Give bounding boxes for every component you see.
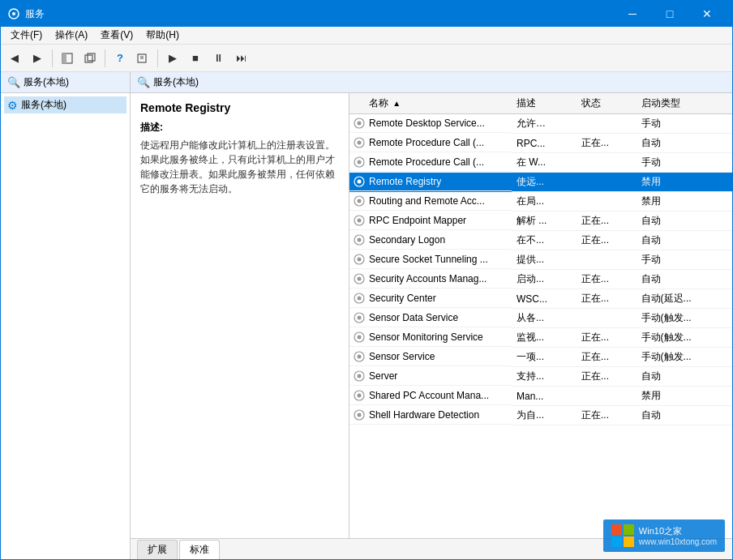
table-row[interactable]: Shared PC Account Mana...Man...禁用 [349,387,732,406]
separator-1 [52,49,53,67]
service-startup-cell: 手动(触发... [637,348,732,367]
service-status-cell [577,192,637,212]
tree-item-label: 服务(本地) [21,98,66,112]
service-name-cell: Shared PC Account Mana... [369,390,489,401]
table-row[interactable]: Remote Registry使远...禁用 [349,173,732,192]
service-desc-cell: 使远... [512,173,577,192]
right-panel-title: 服务(本地) [153,75,199,89]
forward-button[interactable]: ▶ [27,48,48,69]
table-row[interactable]: Routing and Remote Acc...在局...禁用 [349,192,732,212]
service-icon [353,175,366,188]
services-table: 名称 ▲ 描述 状态 启动类型 Remote Desktop Service..… [349,93,732,425]
show-hide-button[interactable] [57,48,78,69]
service-status-cell [577,173,637,192]
back-button[interactable]: ◀ [4,48,25,69]
new-window-button[interactable] [79,48,101,69]
table-row[interactable]: Secure Socket Tunneling ...提供...手动 [349,250,732,270]
tab-standard[interactable]: 标准 [179,540,220,559]
service-icon [353,117,366,130]
service-status-cell: 正在... [577,348,637,367]
service-name-cell: Routing and Remote Acc... [369,195,485,207]
svg-point-12 [358,140,362,144]
menu-view[interactable]: 查看(V) [94,27,139,44]
stop-button[interactable]: ■ [185,48,206,69]
main-content: 🔍 服务(本地) ⚙ 服务(本地) 🔍 服务(本地) Remote Regist… [1,72,732,559]
export-button[interactable] [132,48,153,69]
tree-item-services-local[interactable]: ⚙ 服务(本地) [4,96,126,113]
service-status-cell: 正在... [577,231,637,250]
col-name[interactable]: 名称 ▲ [349,93,512,114]
col-desc[interactable]: 描述 [512,93,577,114]
service-status-cell [577,387,637,406]
service-name-cell: Remote Desktop Service... [369,118,485,129]
service-name-cell: Secondary Logon [369,234,445,246]
table-row[interactable]: Sensor Monitoring Service监视...正在...手动(触发… [349,328,732,348]
maximize-button[interactable]: □ [651,1,688,27]
service-name-cell: Security Center [369,293,436,304]
main-window: 服务 ─ □ ✕ 文件(F) 操作(A) 查看(V) 帮助(H) ◀ ▶ ? ▶… [0,0,733,560]
service-startup-cell: 禁用 [637,173,732,192]
svg-point-22 [358,237,362,242]
service-startup-cell: 禁用 [637,387,732,406]
menu-help[interactable]: 帮助(H) [139,27,186,44]
service-status-cell [577,153,637,173]
table-row[interactable]: Remote Procedure Call (... RPC...正在...自动 [349,134,732,153]
svg-point-36 [358,374,362,378]
service-icon [353,156,366,169]
svg-point-30 [358,315,362,319]
service-icon [353,311,366,324]
table-row[interactable]: Remote Desktop Service...允许…手动 [349,114,732,134]
service-name-cell: Shell Hardware Detection [369,409,479,421]
minimize-button[interactable]: ─ [614,1,651,27]
close-button[interactable]: ✕ [688,1,726,27]
left-panel: 🔍 服务(本地) ⚙ 服务(本地) [1,72,131,559]
table-row[interactable]: Shell Hardware Detection为自...正在...自动 [349,406,732,425]
help-button[interactable]: ? [109,48,131,69]
service-desc-cell: 提供... [512,250,577,270]
menu-file[interactable]: 文件(F) [4,27,49,44]
svg-point-14 [358,160,362,164]
tab-extend[interactable]: 扩展 [137,540,178,559]
col-startup[interactable]: 启动类型 [637,93,732,114]
table-row[interactable]: Secondary Logon在不...正在...自动 [349,231,732,250]
menu-bar: 文件(F) 操作(A) 查看(V) 帮助(H) [1,27,732,45]
separator-2 [105,49,105,67]
service-icon [353,292,366,305]
pause-button[interactable]: ⏸ [208,48,229,69]
sort-arrow: ▲ [392,99,401,108]
window-controls: ─ □ ✕ [614,1,726,27]
svg-point-16 [358,179,362,183]
service-desc-cell: 允许… [512,114,577,134]
service-desc-cell: 为自... [512,406,577,425]
table-row[interactable]: Remote Procedure Call (... 在 W...手动 [349,153,732,173]
window-title: 服务 [25,7,614,21]
restart-button[interactable]: ⏭ [230,48,251,69]
table-row[interactable]: Security CenterWSC...正在...自动(延迟... [349,289,732,309]
service-name-cell: RPC Endpoint Mapper [369,215,466,226]
svg-rect-3 [62,53,66,63]
menu-action[interactable]: 操作(A) [49,27,94,44]
service-desc-cell: 在局... [512,192,577,212]
service-status-cell: 正在... [577,367,637,387]
table-row[interactable]: Sensor Data Service从各...手动(触发... [349,309,732,328]
app-icon [7,7,20,20]
service-startup-cell: 自动 [637,367,732,387]
service-startup-cell: 手动 [637,153,732,173]
service-name-cell: Secure Socket Tunneling ... [369,254,488,265]
service-icon [353,136,366,149]
table-row[interactable]: Security Accounts Manag...启动...正在...自动 [349,270,732,289]
service-desc-cell: 支持... [512,367,577,387]
play-button[interactable]: ▶ [162,48,183,69]
service-name-cell: Sensor Data Service [369,312,458,323]
service-desc-cell: 监视... [512,328,577,348]
service-name-cell: Sensor Monitoring Service [369,331,483,343]
svg-point-32 [358,335,362,339]
table-row[interactable]: Sensor Service一项...正在...手动(触发... [349,348,732,367]
table-row[interactable]: Server支持...正在...自动 [349,367,732,387]
service-name-cell: Remote Registry [369,176,441,187]
col-status[interactable]: 状态 [577,93,637,114]
service-name-cell: Server [369,370,397,382]
table-row[interactable]: RPC Endpoint Mapper解析 ...正在...自动 [349,212,732,231]
service-desc-cell: 从各... [512,309,577,328]
svg-rect-5 [88,53,95,61]
